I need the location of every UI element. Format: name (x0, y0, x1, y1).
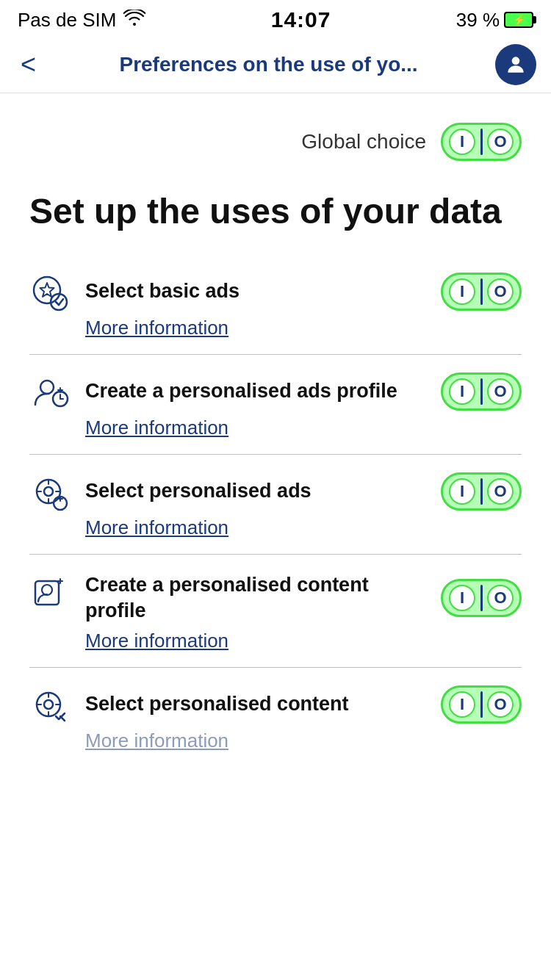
user-icon (504, 53, 527, 76)
section-heading: Set up the uses of your data (22, 176, 529, 255)
personalised-content-icon (29, 685, 71, 727)
nav-bar: < Preferences on the use of yo... (0, 37, 551, 93)
toggle-off-label: O (487, 129, 514, 155)
status-right: 39 % ⚡ (456, 9, 533, 32)
toggle-divider (480, 378, 483, 405)
personalised-content-profile-icon (29, 572, 71, 613)
toggle-on: I (449, 278, 475, 305)
setting-row-basic-ads: Select basic ads I O More information (22, 255, 529, 339)
basic-ads-toggle[interactable]: I O (441, 273, 522, 311)
carrier-label: Pas de SIM (18, 9, 116, 32)
personalised-ads-profile-title-row: Create a personalised ads profile I O (85, 372, 522, 411)
toggle-off: O (487, 691, 514, 718)
toggle-divider (480, 129, 483, 155)
global-choice-row: Global choice I O (22, 93, 529, 176)
personalised-content-title-row: Select personalised content I O (85, 685, 522, 724)
toggle-divider (480, 278, 483, 305)
svg-point-0 (512, 57, 520, 65)
personalised-ads-title-row: Select personalised ads I O (85, 472, 522, 511)
personalised-content-profile-toggle[interactable]: I O (441, 579, 522, 617)
personalised-ads-body: Select personalised ads I O More informa… (85, 472, 522, 539)
global-choice-toggle[interactable]: I O (441, 123, 522, 161)
setting-row-personalised-ads: Select personalised ads I O More informa… (22, 455, 529, 539)
battery-icon: ⚡ (504, 12, 533, 28)
svg-point-13 (44, 487, 53, 496)
personalised-ads-profile-toggle[interactable]: I O (441, 372, 522, 411)
basic-ads-title: Select basic ads (85, 278, 432, 304)
personalised-ads-toggle[interactable]: I O (441, 472, 522, 511)
toggle-divider (480, 585, 483, 611)
personalised-content-more-info[interactable]: More information (85, 729, 228, 752)
battery-lightning: ⚡ (513, 14, 525, 26)
setting-row-personalised-content-profile: Create a personalised content profile I … (22, 555, 529, 652)
toggle-off: O (487, 278, 514, 305)
main-content: Global choice I O Set up the uses of you… (0, 93, 551, 760)
avatar[interactable] (495, 44, 536, 85)
personalised-ads-profile-title: Create a personalised ads profile (85, 378, 432, 404)
nav-title: Preferences on the use of yo... (42, 53, 495, 76)
personalised-ads-more-info[interactable]: More information (85, 516, 228, 539)
toggle-on: I (449, 478, 475, 505)
toggle-off: O (487, 478, 514, 505)
svg-point-1 (34, 277, 60, 303)
setting-row-personalised-content: Select personalised content I O More inf… (22, 668, 529, 760)
personalised-content-profile-more-info[interactable]: More information (85, 630, 228, 652)
personalised-content-profile-title-row: Create a personalised content profile I … (85, 572, 522, 624)
status-left: Pas de SIM (18, 9, 145, 32)
personalised-content-toggle[interactable]: I O (441, 685, 522, 724)
basic-ads-more-info[interactable]: More information (85, 317, 228, 339)
time-label: 14:07 (271, 7, 331, 32)
personalised-ads-profile-more-info[interactable]: More information (85, 417, 228, 439)
toggle-off: O (487, 378, 514, 405)
toggle-on: I (449, 585, 475, 611)
wifi-icon (123, 10, 145, 30)
toggle-on: I (449, 691, 475, 718)
toggle-on-label: I (449, 129, 475, 155)
personalised-content-profile-title: Create a personalised content profile (85, 572, 432, 624)
toggle-divider (480, 691, 483, 718)
battery-label: 39 % (456, 9, 500, 32)
setting-row-personalised-ads-profile: Create a personalised ads profile I O Mo… (22, 355, 529, 439)
toggle-on: I (449, 378, 475, 405)
personalised-ads-profile-body: Create a personalised ads profile I O Mo… (85, 372, 522, 439)
back-button[interactable]: < (15, 49, 42, 80)
personalised-content-body: Select personalised content I O More inf… (85, 685, 522, 752)
svg-point-26 (44, 700, 53, 709)
personalised-content-profile-body: Create a personalised content profile I … (85, 572, 522, 652)
basic-ads-body: Select basic ads I O More information (85, 273, 522, 339)
basic-ads-title-row: Select basic ads I O (85, 273, 522, 311)
personalised-ads-title: Select personalised ads (85, 478, 432, 504)
personalised-ads-profile-icon (29, 372, 71, 414)
personalised-content-title: Select personalised content (85, 691, 432, 717)
svg-line-5 (59, 299, 63, 305)
toggle-off: O (487, 585, 514, 611)
toggle-divider (480, 478, 483, 505)
basic-ads-icon (29, 273, 71, 314)
personalised-ads-icon (29, 472, 71, 514)
svg-point-6 (40, 381, 54, 394)
svg-marker-2 (40, 283, 54, 297)
status-bar: Pas de SIM 14:07 39 % ⚡ (0, 0, 551, 37)
global-choice-label: Global choice (301, 130, 426, 154)
